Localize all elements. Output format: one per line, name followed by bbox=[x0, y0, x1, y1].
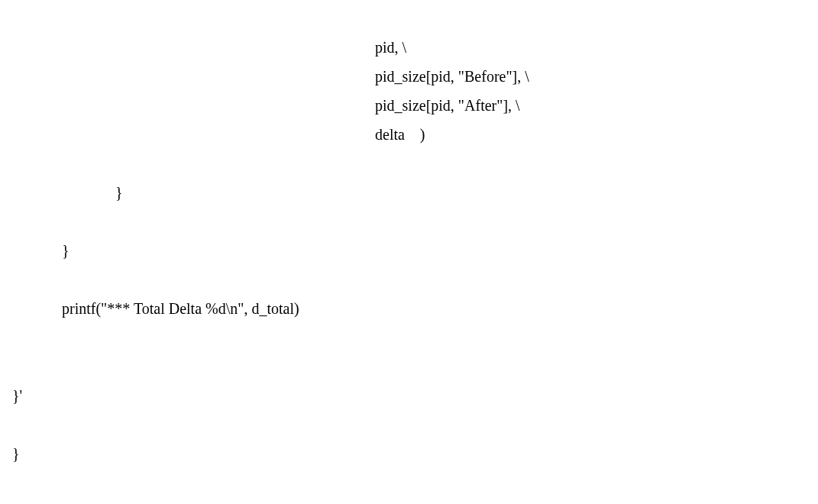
code-line: pid_size[pid, "Before"], \ bbox=[12, 68, 529, 85]
code-line: pid, \ bbox=[12, 39, 406, 56]
code-line: } bbox=[12, 184, 123, 201]
code-line: delta ) bbox=[12, 126, 425, 143]
code-line: pid_size[pid, "After"], \ bbox=[12, 97, 520, 114]
code-line: } bbox=[12, 445, 20, 462]
code-line: printf("*** Total Delta %d\n", d_total) bbox=[12, 300, 299, 317]
code-line: } bbox=[12, 242, 70, 259]
code-line: }' bbox=[12, 387, 22, 404]
code-block: pid, \ pid_size[pid, "Before"], \ bbox=[0, 0, 818, 504]
